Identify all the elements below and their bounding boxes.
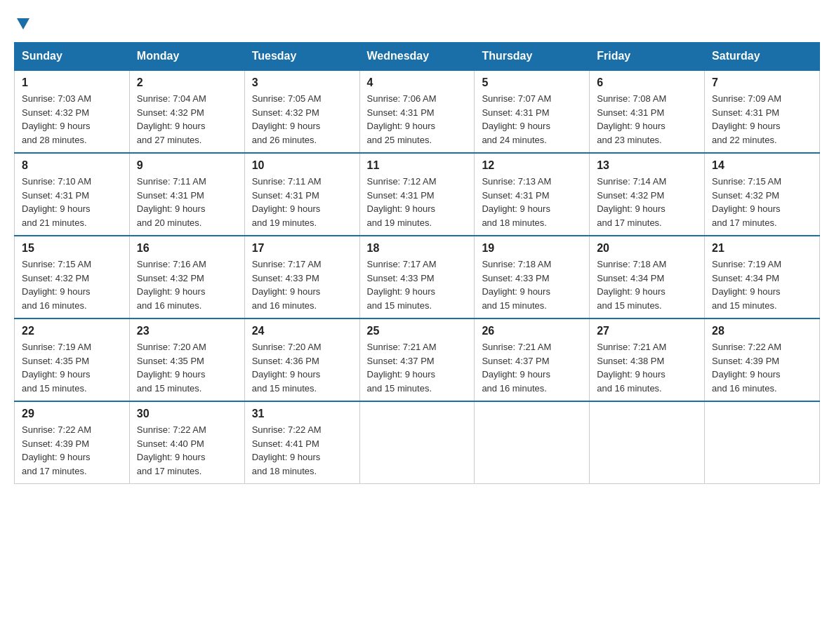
- sunrise-label: Sunrise: 7:04 AM: [137, 93, 206, 104]
- day-number: 23: [137, 325, 237, 337]
- daylight-minutes: and 16 minutes.: [712, 383, 777, 394]
- sunset-label: Sunset: 4:32 PM: [22, 273, 89, 283]
- daylight-minutes: and 15 minutes.: [252, 383, 317, 394]
- sunset-label: Sunset: 4:37 PM: [482, 356, 549, 366]
- sunset-label: Sunset: 4:33 PM: [482, 273, 549, 283]
- weekday-header-thursday: Thursday: [475, 43, 590, 71]
- daylight-label: Daylight: 9 hours: [22, 203, 91, 214]
- day-number: 26: [482, 325, 582, 337]
- daylight-label: Daylight: 9 hours: [712, 121, 781, 131]
- sunrise-label: Sunrise: 7:09 AM: [712, 93, 781, 104]
- day-info: Sunrise: 7:22 AM Sunset: 4:39 PM Dayligh…: [712, 340, 812, 395]
- day-info: Sunrise: 7:19 AM Sunset: 4:35 PM Dayligh…: [22, 340, 122, 395]
- sunrise-label: Sunrise: 7:15 AM: [22, 259, 91, 269]
- day-cell-25: 25 Sunrise: 7:21 AM Sunset: 4:37 PM Dayl…: [359, 318, 475, 401]
- day-number: 3: [252, 76, 352, 89]
- sunset-label: Sunset: 4:32 PM: [137, 273, 204, 283]
- day-info: Sunrise: 7:20 AM Sunset: 4:35 PM Dayligh…: [137, 340, 237, 395]
- weekday-header-monday: Monday: [129, 43, 244, 71]
- day-info: Sunrise: 7:15 AM Sunset: 4:32 PM Dayligh…: [22, 257, 122, 312]
- daylight-label: Daylight: 9 hours: [482, 121, 550, 131]
- daylight-label: Daylight: 9 hours: [597, 369, 666, 380]
- daylight-label: Daylight: 9 hours: [367, 121, 436, 131]
- sunset-label: Sunset: 4:32 PM: [137, 107, 204, 118]
- sunrise-label: Sunrise: 7:07 AM: [482, 93, 551, 104]
- svg-marker-0: [17, 18, 29, 29]
- daylight-label: Daylight: 9 hours: [252, 203, 321, 214]
- daylight-minutes: and 15 minutes.: [482, 300, 547, 311]
- sunset-label: Sunset: 4:32 PM: [712, 190, 779, 201]
- sunset-label: Sunset: 4:31 PM: [22, 190, 89, 201]
- day-cell-31: 31 Sunrise: 7:22 AM Sunset: 4:41 PM Dayl…: [244, 401, 359, 484]
- daylight-label: Daylight: 9 hours: [22, 286, 91, 297]
- day-cell-27: 27 Sunrise: 7:21 AM Sunset: 4:38 PM Dayl…: [590, 318, 705, 401]
- daylight-label: Daylight: 9 hours: [137, 121, 206, 131]
- sunrise-label: Sunrise: 7:11 AM: [137, 176, 206, 187]
- weekday-header-friday: Friday: [590, 43, 705, 71]
- sunset-label: Sunset: 4:31 PM: [252, 190, 319, 201]
- daylight-minutes: and 16 minutes.: [22, 300, 87, 311]
- day-number: 11: [367, 159, 468, 172]
- daylight-minutes: and 19 minutes.: [252, 217, 317, 228]
- day-number: 27: [597, 325, 697, 337]
- day-info: Sunrise: 7:18 AM Sunset: 4:33 PM Dayligh…: [482, 257, 582, 312]
- daylight-minutes: and 16 minutes.: [252, 300, 317, 311]
- daylight-minutes: and 18 minutes.: [482, 217, 547, 228]
- sunset-label: Sunset: 4:31 PM: [367, 190, 435, 201]
- day-info: Sunrise: 7:17 AM Sunset: 4:33 PM Dayligh…: [367, 257, 468, 312]
- week-row-3: 15 Sunrise: 7:15 AM Sunset: 4:32 PM Dayl…: [15, 236, 820, 318]
- daylight-label: Daylight: 9 hours: [137, 203, 206, 214]
- sunset-label: Sunset: 4:35 PM: [22, 356, 89, 366]
- week-row-2: 8 Sunrise: 7:10 AM Sunset: 4:31 PM Dayli…: [15, 153, 820, 236]
- week-row-1: 1 Sunrise: 7:03 AM Sunset: 4:32 PM Dayli…: [15, 70, 820, 153]
- day-cell-7: 7 Sunrise: 7:09 AM Sunset: 4:31 PM Dayli…: [705, 70, 820, 153]
- sunrise-label: Sunrise: 7:11 AM: [252, 176, 322, 187]
- day-cell-2: 2 Sunrise: 7:04 AM Sunset: 4:32 PM Dayli…: [129, 70, 244, 153]
- day-number: 2: [137, 76, 237, 89]
- day-info: Sunrise: 7:22 AM Sunset: 4:39 PM Dayligh…: [22, 423, 122, 478]
- daylight-label: Daylight: 9 hours: [252, 452, 321, 462]
- sunrise-label: Sunrise: 7:06 AM: [367, 93, 437, 104]
- sunrise-label: Sunrise: 7:05 AM: [252, 93, 322, 104]
- day-cell-9: 9 Sunrise: 7:11 AM Sunset: 4:31 PM Dayli…: [129, 153, 244, 236]
- daylight-label: Daylight: 9 hours: [482, 286, 550, 297]
- daylight-minutes: and 15 minutes.: [712, 300, 777, 311]
- day-number: 16: [137, 242, 237, 255]
- day-info: Sunrise: 7:08 AM Sunset: 4:31 PM Dayligh…: [597, 92, 697, 147]
- daylight-label: Daylight: 9 hours: [367, 286, 436, 297]
- daylight-label: Daylight: 9 hours: [22, 121, 91, 131]
- sunset-label: Sunset: 4:32 PM: [22, 107, 89, 118]
- day-info: Sunrise: 7:16 AM Sunset: 4:32 PM Dayligh…: [137, 257, 237, 312]
- daylight-label: Daylight: 9 hours: [22, 452, 91, 462]
- day-number: 14: [712, 159, 812, 172]
- sunrise-label: Sunrise: 7:21 AM: [482, 342, 551, 352]
- daylight-minutes: and 17 minutes.: [137, 466, 202, 476]
- daylight-minutes: and 20 minutes.: [137, 217, 202, 228]
- daylight-minutes: and 19 minutes.: [367, 217, 432, 228]
- day-cell-28: 28 Sunrise: 7:22 AM Sunset: 4:39 PM Dayl…: [705, 318, 820, 401]
- day-number: 6: [597, 76, 697, 89]
- week-row-5: 29 Sunrise: 7:22 AM Sunset: 4:39 PM Dayl…: [15, 401, 820, 484]
- day-info: Sunrise: 7:12 AM Sunset: 4:31 PM Dayligh…: [367, 175, 468, 229]
- day-info: Sunrise: 7:20 AM Sunset: 4:36 PM Dayligh…: [252, 340, 352, 395]
- day-info: Sunrise: 7:14 AM Sunset: 4:32 PM Dayligh…: [597, 175, 697, 229]
- day-number: 4: [367, 76, 468, 89]
- weekday-header-tuesday: Tuesday: [244, 43, 359, 71]
- sunset-label: Sunset: 4:39 PM: [22, 438, 89, 449]
- day-info: Sunrise: 7:17 AM Sunset: 4:33 PM Dayligh…: [252, 257, 352, 312]
- sunrise-label: Sunrise: 7:03 AM: [22, 93, 91, 104]
- day-info: Sunrise: 7:13 AM Sunset: 4:31 PM Dayligh…: [482, 175, 582, 229]
- day-cell-16: 16 Sunrise: 7:16 AM Sunset: 4:32 PM Dayl…: [129, 236, 244, 318]
- daylight-label: Daylight: 9 hours: [712, 203, 781, 214]
- day-info: Sunrise: 7:07 AM Sunset: 4:31 PM Dayligh…: [482, 92, 582, 147]
- day-number: 12: [482, 159, 582, 172]
- sunset-label: Sunset: 4:39 PM: [712, 356, 779, 366]
- sunset-label: Sunset: 4:32 PM: [252, 107, 319, 118]
- daylight-minutes: and 21 minutes.: [22, 217, 87, 228]
- day-cell-11: 11 Sunrise: 7:12 AM Sunset: 4:31 PM Dayl…: [359, 153, 475, 236]
- week-row-4: 22 Sunrise: 7:19 AM Sunset: 4:35 PM Dayl…: [15, 318, 820, 401]
- daylight-label: Daylight: 9 hours: [367, 369, 436, 380]
- day-info: Sunrise: 7:11 AM Sunset: 4:31 PM Dayligh…: [252, 175, 352, 229]
- logo-triangle-icon: [15, 15, 31, 31]
- sunrise-label: Sunrise: 7:16 AM: [137, 259, 206, 269]
